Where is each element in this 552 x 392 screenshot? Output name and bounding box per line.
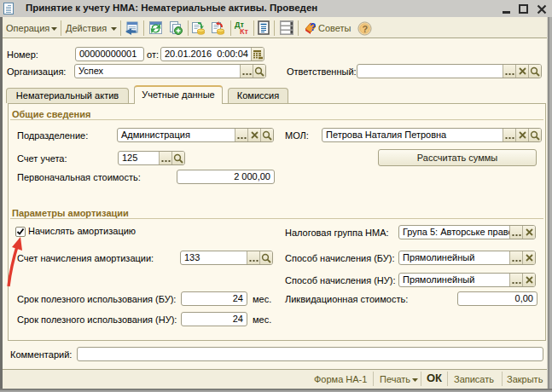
svg-text:?: ? (363, 24, 369, 34)
svg-text:?: ? (310, 21, 316, 33)
